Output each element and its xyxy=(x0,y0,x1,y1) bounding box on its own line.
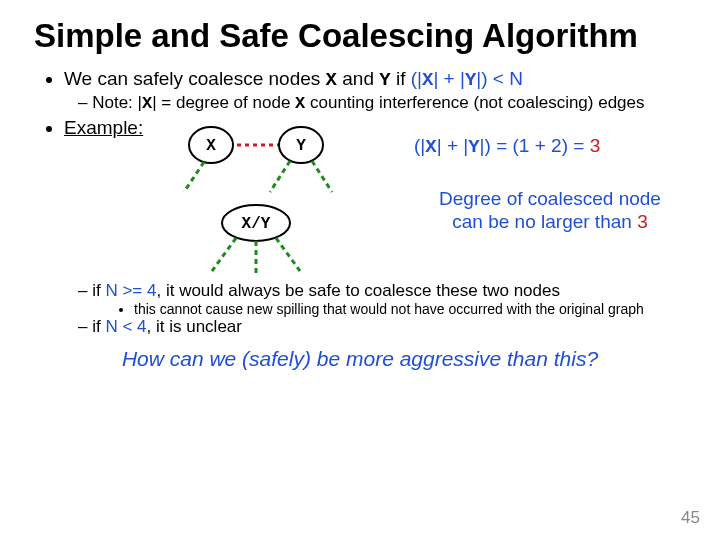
text: Note: | xyxy=(92,93,142,112)
slide: Simple and Safe Coalescing Algorithm We … xyxy=(0,0,720,540)
degree-note: Degree of coalesced node can be no large… xyxy=(414,188,686,234)
node-xy-label: X/Y xyxy=(242,215,271,233)
var-x: X xyxy=(326,69,337,91)
example-sub-list: if N >= 4, it would always be safe to co… xyxy=(78,281,686,337)
degree-value: 3 xyxy=(637,211,648,232)
var-y: Y xyxy=(468,136,479,158)
bullet-coalesce-rule: We can safely coalesce nodes X and Y if … xyxy=(64,68,686,113)
text: and xyxy=(337,68,379,89)
text: |) < N xyxy=(476,68,523,89)
interference-edge xyxy=(270,161,290,192)
bullet-if-lt: if N < 4, it is unclear xyxy=(96,317,686,337)
calc-line: (|X| + |Y|) = (1 + 2) = 3 xyxy=(414,135,686,158)
diagram-area: X Y X/Y xyxy=(156,117,396,279)
closing-question: How can we (safely) be more aggressive t… xyxy=(34,347,686,371)
text: |) = (1 + 2) = xyxy=(480,135,590,156)
node-y-label: Y xyxy=(296,137,306,155)
text: if xyxy=(92,317,105,336)
text: | + | xyxy=(437,135,469,156)
var-x: X xyxy=(142,94,152,113)
text: if xyxy=(92,281,105,300)
var-x: X xyxy=(295,94,305,113)
text: if xyxy=(391,68,411,89)
interference-edge xyxy=(184,162,204,192)
bullet-no-spill: this cannot cause new spilling that woul… xyxy=(134,301,686,317)
example-annotations: (|X| + |Y|) = (1 + 2) = 3 Degree of coal… xyxy=(396,117,686,234)
interference-edge xyxy=(312,161,332,192)
cond: N < 4 xyxy=(105,317,146,336)
page-number: 45 xyxy=(681,508,700,528)
text: , it would always be safe to coalesce th… xyxy=(156,281,560,300)
example-row: Example: X Y xyxy=(64,117,686,279)
text: | = degree of node xyxy=(152,93,295,112)
bullet-example: Example: X Y xyxy=(64,117,686,337)
text: Degree of coalesced node xyxy=(439,188,661,209)
var-x: X xyxy=(425,136,436,158)
bullet-note: Note: |X| = degree of node X counting in… xyxy=(96,93,686,113)
var-x: X xyxy=(422,69,433,91)
node-x-label: X xyxy=(206,137,216,155)
example-label: Example: xyxy=(64,117,156,139)
interference-edge xyxy=(276,238,300,271)
var-y: Y xyxy=(379,69,390,91)
text: , it is unclear xyxy=(147,317,242,336)
text: can be no larger than xyxy=(452,211,637,232)
text: We can safely coalesce nodes xyxy=(64,68,326,89)
bullet-list: We can safely coalesce nodes X and Y if … xyxy=(40,68,686,337)
text: counting interference (not coalescing) e… xyxy=(305,93,644,112)
interference-edge xyxy=(212,238,236,271)
cond: N >= 4 xyxy=(105,281,156,300)
text: (| xyxy=(414,135,425,156)
text: (| xyxy=(411,68,422,89)
calc-result: 3 xyxy=(590,135,601,156)
var-y: Y xyxy=(465,69,476,91)
page-title: Simple and Safe Coalescing Algorithm xyxy=(34,18,686,54)
sub-sub-list: this cannot cause new spilling that woul… xyxy=(114,301,686,317)
sub-list: Note: |X| = degree of node X counting in… xyxy=(78,93,686,113)
text: | + | xyxy=(433,68,465,89)
bullet-if-ge: if N >= 4, it would always be safe to co… xyxy=(96,281,686,317)
graph-x-y: X Y xyxy=(156,117,376,197)
graph-xy: X/Y xyxy=(156,197,376,279)
